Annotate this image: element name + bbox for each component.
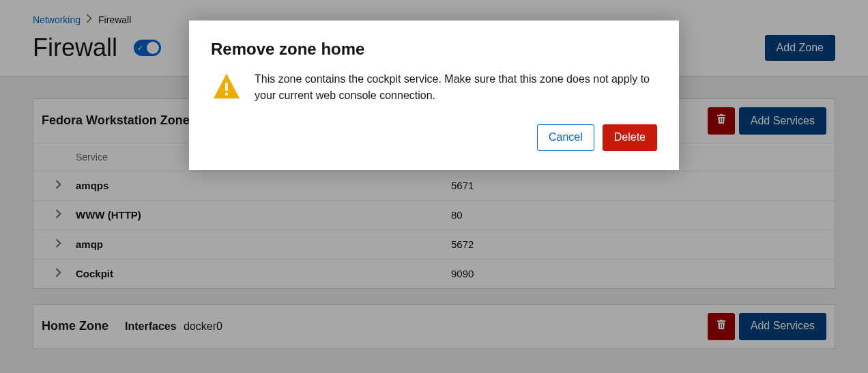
confirm-modal: Remove zone home This zone contains the … — [189, 20, 679, 170]
modal-overlay[interactable]: Remove zone home This zone contains the … — [0, 0, 868, 373]
cancel-button[interactable]: Cancel — [537, 124, 594, 151]
svg-rect-0 — [225, 83, 228, 91]
modal-footer: Cancel Delete — [211, 124, 657, 151]
modal-title: Remove zone home — [211, 40, 657, 59]
modal-body: This zone contains the cockpit service. … — [211, 71, 657, 105]
modal-message: This zone contains the cockpit service. … — [255, 71, 657, 104]
delete-button[interactable]: Delete — [603, 124, 657, 151]
svg-rect-1 — [225, 93, 228, 96]
warning-icon — [211, 71, 242, 105]
